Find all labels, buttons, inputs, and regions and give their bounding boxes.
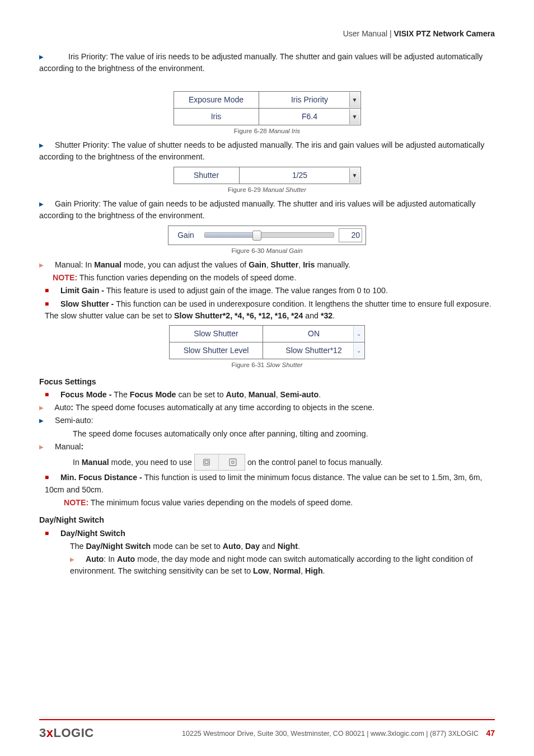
text-focus-manual: In Manual mode, you need to use on the c… bbox=[73, 454, 495, 471]
logo-3xlogic: 3xLOGIC bbox=[39, 726, 94, 740]
shutter-dropdown[interactable]: 1/25 ▼ bbox=[239, 167, 360, 184]
exposure-mode-table: Exposure Mode Iris Priority ▼ Iris F6.4 … bbox=[174, 91, 361, 125]
header-product: VISIX PTZ Network Camera bbox=[394, 29, 495, 38]
gain-slider[interactable] bbox=[204, 232, 334, 238]
chevron-down-icon: ⌄ bbox=[353, 343, 364, 358]
exposure-mode-dropdown[interactable]: Iris Priority ▼ bbox=[259, 91, 360, 108]
slow-shutter-table: Slow Shutter ON ⌄ Slow Shutter Level Slo… bbox=[169, 325, 365, 359]
note-manual: NOTE: This function varies depending on … bbox=[39, 272, 495, 284]
iris-dropdown[interactable]: F6.4 ▼ bbox=[259, 108, 360, 125]
footer-address: 10225 Westmoor Drive, Suite 300, Westmin… bbox=[182, 730, 479, 738]
caption-manual-shutter: Figure 6-29 Manual Shutter bbox=[39, 185, 495, 195]
page-footer: 3xLOGIC 10225 Westmoor Drive, Suite 300,… bbox=[0, 717, 534, 740]
item-manual: Manual: In Manual mode, you can adjust t… bbox=[39, 259, 495, 271]
slow-shutter-label: Slow Shutter bbox=[170, 326, 263, 342]
text-day-night-modes: The Day/Night Switch mode can be set to … bbox=[70, 541, 495, 552]
gain-value: 20 bbox=[339, 228, 362, 242]
slow-shutter-dropdown[interactable]: ON ⌄ bbox=[263, 326, 365, 342]
heading-focus-settings: Focus Settings bbox=[39, 376, 495, 388]
item-day-night-switch: Day/Night Switch bbox=[45, 528, 495, 539]
slider-handle-icon[interactable] bbox=[252, 231, 261, 241]
header-prefix: User Manual bbox=[343, 29, 387, 38]
shutter-table: Shutter 1/25 ▼ bbox=[174, 167, 361, 184]
iris-label: Iris bbox=[174, 108, 259, 125]
item-iris-priority: Iris Priority: The value of iris needs t… bbox=[39, 51, 495, 75]
item-focus-mode: Focus Mode - The Focus Mode can be set t… bbox=[45, 389, 495, 401]
item-shutter-priority: Shutter Priority: The value of shutter n… bbox=[39, 139, 495, 163]
figure-manual-iris: Exposure Mode Iris Priority ▼ Iris F6.4 … bbox=[39, 91, 495, 125]
text-focus-semi-auto: The speed dome focuses automatically onl… bbox=[73, 428, 495, 440]
item-focus-auto: Auto: The speed dome focuses automatical… bbox=[39, 402, 495, 414]
heading-day-night: Day/Night Switch bbox=[39, 514, 495, 526]
chevron-down-icon: ▼ bbox=[349, 109, 360, 124]
shutter-label: Shutter bbox=[174, 167, 239, 184]
caption-slow-shutter: Figure 6-31 Slow Shutter bbox=[39, 360, 495, 370]
item-limit-gain: Limit Gain - This feature is used to adj… bbox=[45, 285, 495, 297]
chevron-down-icon: ⌄ bbox=[353, 326, 364, 341]
svg-rect-1 bbox=[205, 461, 208, 464]
page-header: User Manual | VISIX PTZ Network Camera bbox=[39, 28, 495, 40]
page-number: 47 bbox=[486, 729, 495, 738]
item-focus-semi-auto: Semi-auto: bbox=[39, 415, 495, 426]
svg-rect-2 bbox=[229, 459, 236, 466]
chevron-down-icon: ▼ bbox=[349, 92, 360, 107]
chevron-down-icon: ▼ bbox=[349, 168, 360, 183]
caption-manual-iris: Figure 6-28 Manual Iris bbox=[39, 126, 495, 136]
gain-slider-row: Gain 20 bbox=[168, 226, 366, 245]
item-slow-shutter: Slow Shutter - This function can be used… bbox=[45, 298, 495, 322]
figure-manual-gain: Gain 20 bbox=[39, 226, 495, 245]
figure-slow-shutter: Slow Shutter ON ⌄ Slow Shutter Level Slo… bbox=[39, 325, 495, 359]
exposure-mode-label: Exposure Mode bbox=[174, 91, 259, 108]
item-gain-priority: Gain Priority: The value of gain needs t… bbox=[39, 198, 495, 222]
focus-buttons bbox=[194, 454, 245, 471]
gain-label: Gain bbox=[172, 229, 200, 241]
figure-manual-shutter: Shutter 1/25 ▼ bbox=[39, 167, 495, 184]
focus-far-button[interactable] bbox=[221, 454, 245, 470]
item-min-focus-distance: Min. Focus Distance - This function is u… bbox=[45, 472, 495, 496]
svg-rect-0 bbox=[204, 459, 210, 466]
focus-far-icon bbox=[228, 458, 237, 467]
item-focus-manual: Manual: bbox=[39, 441, 495, 453]
item-day-night-auto: Auto: In Auto mode, the day mode and nig… bbox=[70, 553, 495, 577]
slow-shutter-level-label: Slow Shutter Level bbox=[170, 342, 263, 359]
caption-manual-gain: Figure 6-30 Manual Gain bbox=[39, 246, 495, 256]
focus-near-icon bbox=[202, 458, 211, 467]
focus-near-button[interactable] bbox=[195, 454, 219, 470]
slow-shutter-level-dropdown[interactable]: Slow Shutter*12 ⌄ bbox=[263, 342, 365, 359]
note-min-focus: NOTE: The minimum focus value varies dep… bbox=[64, 497, 495, 509]
svg-rect-3 bbox=[232, 461, 234, 463]
